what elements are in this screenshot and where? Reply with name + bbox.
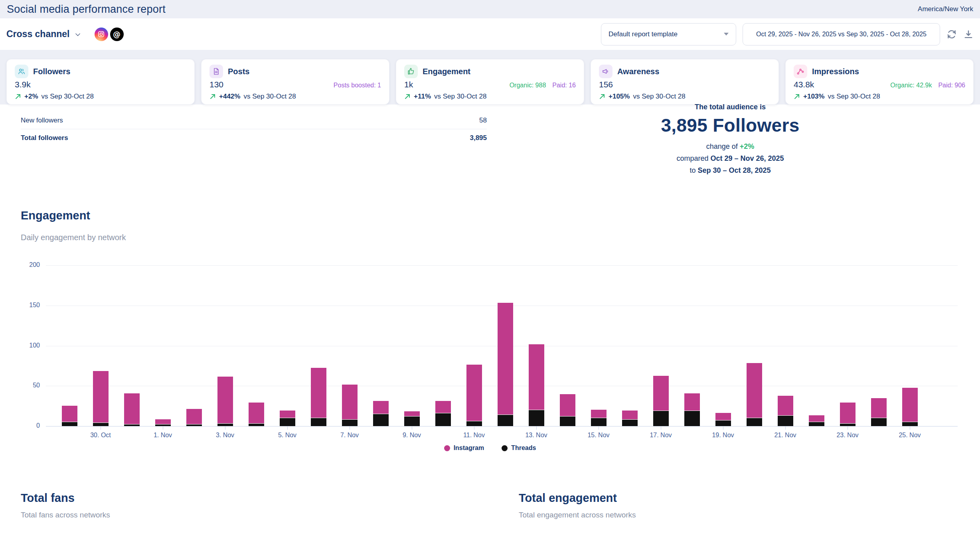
kpi-delta: +103% bbox=[803, 93, 824, 101]
x-axis-label: 23. Nov bbox=[822, 432, 873, 439]
trend-up-icon bbox=[209, 93, 216, 100]
bar-instagram[interactable] bbox=[622, 411, 638, 419]
bar-instagram[interactable] bbox=[778, 396, 793, 415]
bar-threads[interactable] bbox=[809, 422, 824, 426]
bar-instagram[interactable] bbox=[342, 385, 358, 419]
bar-instagram[interactable] bbox=[840, 403, 856, 423]
trend-up-icon bbox=[404, 93, 411, 100]
bar-threads[interactable] bbox=[715, 420, 731, 426]
threads-dot-icon bbox=[502, 445, 508, 451]
bar-instagram[interactable] bbox=[902, 388, 918, 422]
bar-instagram[interactable] bbox=[809, 415, 824, 422]
bar-instagram[interactable] bbox=[529, 344, 544, 409]
bar-threads[interactable] bbox=[155, 424, 171, 426]
bar-instagram[interactable] bbox=[591, 410, 607, 418]
bar-instagram[interactable] bbox=[466, 365, 482, 421]
kpi-card-row: Followers 3.9k +2% vs Sep 30-Oct 28 Post… bbox=[0, 50, 980, 105]
threads-icon[interactable]: @ bbox=[110, 28, 124, 41]
total-fans-title: Total fans bbox=[21, 492, 75, 505]
x-axis-tick bbox=[536, 426, 537, 430]
bar-instagram[interactable] bbox=[311, 368, 326, 418]
bar-threads[interactable] bbox=[62, 422, 77, 426]
bar-threads[interactable] bbox=[435, 413, 451, 426]
x-axis-tick bbox=[225, 426, 225, 430]
refresh-icon[interactable] bbox=[946, 29, 957, 39]
bar-instagram[interactable] bbox=[373, 401, 389, 414]
bar-instagram[interactable] bbox=[747, 363, 762, 418]
bar-instagram[interactable] bbox=[249, 403, 264, 423]
bar-threads[interactable] bbox=[93, 423, 109, 426]
instagram-icon[interactable] bbox=[95, 28, 108, 41]
bar-threads[interactable] bbox=[840, 424, 856, 426]
bar-instagram[interactable] bbox=[155, 419, 171, 424]
bar-instagram[interactable] bbox=[124, 393, 140, 424]
bar-instagram[interactable] bbox=[62, 406, 77, 422]
caret-down-icon bbox=[724, 33, 729, 36]
bar-instagram[interactable] bbox=[871, 398, 887, 417]
legend-instagram[interactable]: Instagram bbox=[444, 444, 484, 452]
bar-threads[interactable] bbox=[124, 424, 140, 426]
bar-instagram[interactable] bbox=[186, 409, 202, 424]
change-label: change of bbox=[706, 142, 738, 150]
x-axis-tick bbox=[101, 426, 101, 430]
trend-up-icon bbox=[15, 93, 21, 100]
bar-threads[interactable] bbox=[622, 420, 638, 426]
bar-threads[interactable] bbox=[249, 424, 264, 426]
timezone-label: America/New York bbox=[918, 5, 973, 13]
bar-threads[interactable] bbox=[529, 410, 544, 426]
bar-threads[interactable] bbox=[871, 418, 887, 426]
organic-label: Organic: 42.9k bbox=[890, 82, 932, 89]
instagram-dot-icon bbox=[444, 445, 450, 451]
bar-instagram[interactable] bbox=[280, 411, 295, 418]
kpi-value: 43.8k bbox=[794, 80, 814, 89]
bar-instagram[interactable] bbox=[653, 376, 669, 411]
bar-threads[interactable] bbox=[280, 418, 295, 426]
bar-threads[interactable] bbox=[747, 418, 762, 426]
download-icon[interactable] bbox=[963, 29, 974, 39]
bar-threads[interactable] bbox=[217, 424, 233, 426]
bar-threads[interactable] bbox=[684, 411, 700, 426]
channel-selector[interactable]: Cross channel bbox=[6, 29, 82, 39]
total-engagement-title: Total engagement bbox=[519, 492, 617, 505]
bar-threads[interactable] bbox=[186, 424, 202, 426]
x-axis-label: 9. Nov bbox=[386, 432, 438, 439]
bar-instagram[interactable] bbox=[93, 371, 109, 422]
top-header: Social media performance report America/… bbox=[0, 0, 980, 18]
y-axis-label: 150 bbox=[12, 302, 40, 309]
bar-threads[interactable] bbox=[498, 415, 513, 426]
table-row: New followers 58 bbox=[21, 112, 487, 129]
table-row-total: Total followers 3,895 bbox=[21, 129, 487, 146]
to-label: to bbox=[690, 166, 695, 174]
kpi-card-awareness: Awareness 156 +105% vs Sep 30-Oct 28 bbox=[591, 59, 779, 105]
bar-threads[interactable] bbox=[342, 420, 358, 426]
bar-instagram[interactable] bbox=[435, 401, 451, 413]
bar-threads[interactable] bbox=[591, 418, 607, 426]
chevron-down-icon bbox=[74, 31, 82, 39]
kpi-value: 130 bbox=[209, 80, 223, 89]
date-range-picker[interactable]: Oct 29, 2025 - Nov 26, 2025 vs Sep 30, 2… bbox=[743, 23, 940, 45]
x-axis-tick bbox=[287, 426, 288, 430]
bar-instagram[interactable] bbox=[404, 411, 420, 416]
bar-threads[interactable] bbox=[311, 418, 326, 426]
change-value: +2% bbox=[740, 142, 755, 150]
bar-threads[interactable] bbox=[560, 417, 575, 426]
bar-threads[interactable] bbox=[466, 421, 482, 426]
bar-threads[interactable] bbox=[404, 417, 420, 426]
row-value: 3,895 bbox=[470, 134, 487, 142]
bar-instagram[interactable] bbox=[217, 377, 233, 423]
bar-instagram[interactable] bbox=[684, 393, 700, 410]
bar-threads[interactable] bbox=[653, 411, 669, 426]
legend-threads[interactable]: Threads bbox=[502, 444, 536, 452]
bar-threads[interactable] bbox=[902, 422, 918, 426]
report-template-select[interactable]: Default report template bbox=[601, 23, 736, 45]
bar-instagram[interactable] bbox=[715, 413, 731, 420]
bar-instagram[interactable] bbox=[560, 394, 575, 416]
bar-instagram[interactable] bbox=[498, 303, 513, 415]
gridline-200 bbox=[46, 265, 958, 266]
bar-threads[interactable] bbox=[778, 416, 793, 426]
bar-threads[interactable] bbox=[373, 414, 389, 426]
x-axis-label: 15. Nov bbox=[573, 432, 624, 439]
page-title: Social media performance report bbox=[7, 3, 166, 16]
engagement-section-title: Engagement bbox=[21, 209, 90, 222]
x-axis-label: 5. Nov bbox=[261, 432, 313, 439]
